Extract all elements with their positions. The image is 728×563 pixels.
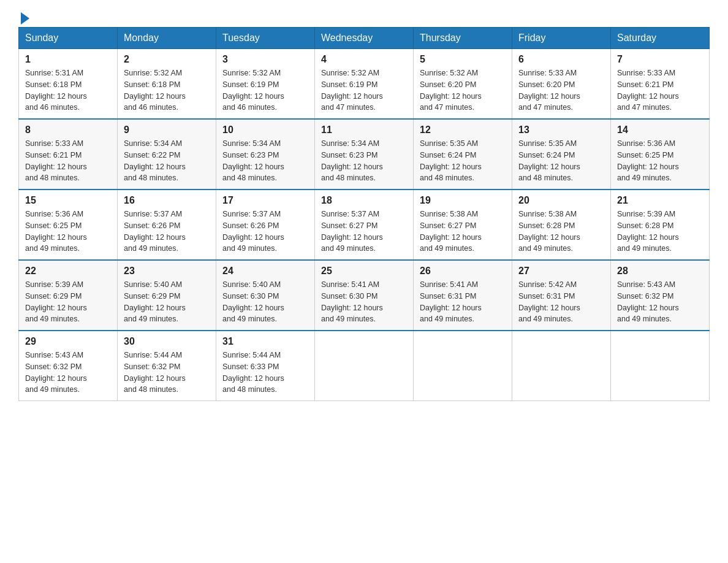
calendar-week-row: 29Sunrise: 5:43 AMSunset: 6:32 PMDayligh… bbox=[19, 331, 710, 401]
calendar-cell: 2Sunrise: 5:32 AMSunset: 6:18 PMDaylight… bbox=[118, 49, 216, 120]
calendar-cell: 28Sunrise: 5:43 AMSunset: 6:32 PMDayligh… bbox=[611, 260, 710, 331]
calendar-cell bbox=[611, 331, 710, 401]
day-info: Sunrise: 5:40 AMSunset: 6:30 PMDaylight:… bbox=[222, 279, 308, 325]
day-number: 31 bbox=[222, 336, 308, 347]
day-number: 4 bbox=[321, 54, 407, 65]
calendar-cell bbox=[315, 331, 414, 401]
calendar-cell: 20Sunrise: 5:38 AMSunset: 6:28 PMDayligh… bbox=[512, 190, 611, 260]
calendar-cell: 10Sunrise: 5:34 AMSunset: 6:23 PMDayligh… bbox=[216, 119, 315, 190]
day-number: 2 bbox=[124, 54, 210, 65]
weekday-header-saturday: Saturday bbox=[611, 28, 710, 49]
day-info: Sunrise: 5:43 AMSunset: 6:32 PMDaylight:… bbox=[25, 350, 111, 396]
day-number: 27 bbox=[518, 266, 604, 277]
calendar-week-row: 8Sunrise: 5:33 AMSunset: 6:21 PMDaylight… bbox=[19, 119, 710, 190]
day-info: Sunrise: 5:31 AMSunset: 6:18 PMDaylight:… bbox=[25, 67, 111, 113]
calendar-cell: 22Sunrise: 5:39 AMSunset: 6:29 PMDayligh… bbox=[19, 260, 118, 331]
day-info: Sunrise: 5:42 AMSunset: 6:31 PMDaylight:… bbox=[518, 279, 604, 325]
day-number: 29 bbox=[25, 336, 111, 347]
day-number: 10 bbox=[222, 124, 308, 136]
calendar-cell: 26Sunrise: 5:41 AMSunset: 6:31 PMDayligh… bbox=[414, 260, 512, 331]
calendar-cell bbox=[414, 331, 512, 401]
day-number: 26 bbox=[420, 266, 506, 277]
day-number: 12 bbox=[420, 124, 506, 136]
calendar-cell: 6Sunrise: 5:33 AMSunset: 6:20 PMDaylight… bbox=[512, 49, 611, 120]
day-number: 25 bbox=[321, 266, 407, 277]
day-number: 7 bbox=[617, 54, 703, 65]
calendar-cell: 7Sunrise: 5:33 AMSunset: 6:21 PMDaylight… bbox=[611, 49, 710, 120]
day-number: 6 bbox=[518, 54, 604, 65]
day-info: Sunrise: 5:35 AMSunset: 6:24 PMDaylight:… bbox=[518, 138, 604, 184]
weekday-header-tuesday: Tuesday bbox=[216, 28, 315, 49]
day-number: 15 bbox=[25, 195, 111, 206]
weekday-header-wednesday: Wednesday bbox=[315, 28, 414, 49]
day-number: 19 bbox=[420, 195, 506, 206]
calendar-cell: 4Sunrise: 5:32 AMSunset: 6:19 PMDaylight… bbox=[315, 49, 414, 120]
day-info: Sunrise: 5:44 AMSunset: 6:33 PMDaylight:… bbox=[222, 350, 308, 396]
day-info: Sunrise: 5:36 AMSunset: 6:25 PMDaylight:… bbox=[25, 209, 111, 255]
day-info: Sunrise: 5:37 AMSunset: 6:26 PMDaylight:… bbox=[222, 209, 308, 255]
day-number: 20 bbox=[518, 195, 604, 206]
weekday-header-friday: Friday bbox=[512, 28, 611, 49]
calendar-table: SundayMondayTuesdayWednesdayThursdayFrid… bbox=[18, 27, 710, 401]
calendar-cell: 24Sunrise: 5:40 AMSunset: 6:30 PMDayligh… bbox=[216, 260, 315, 331]
calendar-cell: 19Sunrise: 5:38 AMSunset: 6:27 PMDayligh… bbox=[414, 190, 512, 260]
day-number: 16 bbox=[124, 195, 210, 206]
calendar-cell: 5Sunrise: 5:32 AMSunset: 6:20 PMDaylight… bbox=[414, 49, 512, 120]
logo-text bbox=[18, 12, 29, 23]
calendar-week-row: 22Sunrise: 5:39 AMSunset: 6:29 PMDayligh… bbox=[19, 260, 710, 331]
calendar-week-row: 15Sunrise: 5:36 AMSunset: 6:25 PMDayligh… bbox=[19, 190, 710, 260]
calendar-cell: 23Sunrise: 5:40 AMSunset: 6:29 PMDayligh… bbox=[118, 260, 216, 331]
day-number: 21 bbox=[617, 195, 703, 206]
day-number: 22 bbox=[25, 266, 111, 277]
day-number: 14 bbox=[617, 124, 703, 136]
day-info: Sunrise: 5:34 AMSunset: 6:23 PMDaylight:… bbox=[321, 138, 407, 184]
day-number: 17 bbox=[222, 195, 308, 206]
calendar-cell: 8Sunrise: 5:33 AMSunset: 6:21 PMDaylight… bbox=[19, 119, 118, 190]
day-number: 8 bbox=[25, 124, 111, 136]
day-info: Sunrise: 5:32 AMSunset: 6:20 PMDaylight:… bbox=[420, 67, 506, 113]
weekday-header-monday: Monday bbox=[118, 28, 216, 49]
calendar-cell: 1Sunrise: 5:31 AMSunset: 6:18 PMDaylight… bbox=[19, 49, 118, 120]
day-info: Sunrise: 5:33 AMSunset: 6:20 PMDaylight:… bbox=[518, 67, 604, 113]
day-info: Sunrise: 5:39 AMSunset: 6:28 PMDaylight:… bbox=[617, 209, 703, 255]
calendar-cell: 13Sunrise: 5:35 AMSunset: 6:24 PMDayligh… bbox=[512, 119, 611, 190]
day-info: Sunrise: 5:44 AMSunset: 6:32 PMDaylight:… bbox=[124, 350, 210, 396]
day-number: 3 bbox=[222, 54, 308, 65]
day-info: Sunrise: 5:41 AMSunset: 6:31 PMDaylight:… bbox=[420, 279, 506, 325]
calendar-cell: 25Sunrise: 5:41 AMSunset: 6:30 PMDayligh… bbox=[315, 260, 414, 331]
calendar-cell: 11Sunrise: 5:34 AMSunset: 6:23 PMDayligh… bbox=[315, 119, 414, 190]
day-info: Sunrise: 5:43 AMSunset: 6:32 PMDaylight:… bbox=[617, 279, 703, 325]
day-info: Sunrise: 5:35 AMSunset: 6:24 PMDaylight:… bbox=[420, 138, 506, 184]
weekday-header-sunday: Sunday bbox=[19, 28, 118, 49]
day-info: Sunrise: 5:38 AMSunset: 6:28 PMDaylight:… bbox=[518, 209, 604, 255]
day-number: 28 bbox=[617, 266, 703, 277]
calendar-cell: 21Sunrise: 5:39 AMSunset: 6:28 PMDayligh… bbox=[611, 190, 710, 260]
calendar-cell: 15Sunrise: 5:36 AMSunset: 6:25 PMDayligh… bbox=[19, 190, 118, 260]
day-info: Sunrise: 5:37 AMSunset: 6:27 PMDaylight:… bbox=[321, 209, 407, 255]
calendar-week-row: 1Sunrise: 5:31 AMSunset: 6:18 PMDaylight… bbox=[19, 49, 710, 120]
day-info: Sunrise: 5:34 AMSunset: 6:22 PMDaylight:… bbox=[124, 138, 210, 184]
day-number: 13 bbox=[518, 124, 604, 136]
calendar-cell: 18Sunrise: 5:37 AMSunset: 6:27 PMDayligh… bbox=[315, 190, 414, 260]
calendar-cell: 16Sunrise: 5:37 AMSunset: 6:26 PMDayligh… bbox=[118, 190, 216, 260]
day-number: 24 bbox=[222, 266, 308, 277]
day-number: 18 bbox=[321, 195, 407, 206]
calendar-cell: 30Sunrise: 5:44 AMSunset: 6:32 PMDayligh… bbox=[118, 331, 216, 401]
calendar-cell: 3Sunrise: 5:32 AMSunset: 6:19 PMDaylight… bbox=[216, 49, 315, 120]
logo-arrow-icon bbox=[21, 12, 29, 25]
day-info: Sunrise: 5:33 AMSunset: 6:21 PMDaylight:… bbox=[25, 138, 111, 184]
page-header bbox=[18, 12, 710, 21]
calendar-cell: 27Sunrise: 5:42 AMSunset: 6:31 PMDayligh… bbox=[512, 260, 611, 331]
day-info: Sunrise: 5:33 AMSunset: 6:21 PMDaylight:… bbox=[617, 67, 703, 113]
calendar-cell: 17Sunrise: 5:37 AMSunset: 6:26 PMDayligh… bbox=[216, 190, 315, 260]
day-number: 9 bbox=[124, 124, 210, 136]
day-number: 5 bbox=[420, 54, 506, 65]
weekday-header-thursday: Thursday bbox=[414, 28, 512, 49]
calendar-cell: 9Sunrise: 5:34 AMSunset: 6:22 PMDaylight… bbox=[118, 119, 216, 190]
day-number: 1 bbox=[25, 54, 111, 65]
day-info: Sunrise: 5:36 AMSunset: 6:25 PMDaylight:… bbox=[617, 138, 703, 184]
calendar-cell: 31Sunrise: 5:44 AMSunset: 6:33 PMDayligh… bbox=[216, 331, 315, 401]
day-info: Sunrise: 5:32 AMSunset: 6:19 PMDaylight:… bbox=[222, 67, 308, 113]
day-number: 23 bbox=[124, 266, 210, 277]
day-info: Sunrise: 5:32 AMSunset: 6:19 PMDaylight:… bbox=[321, 67, 407, 113]
